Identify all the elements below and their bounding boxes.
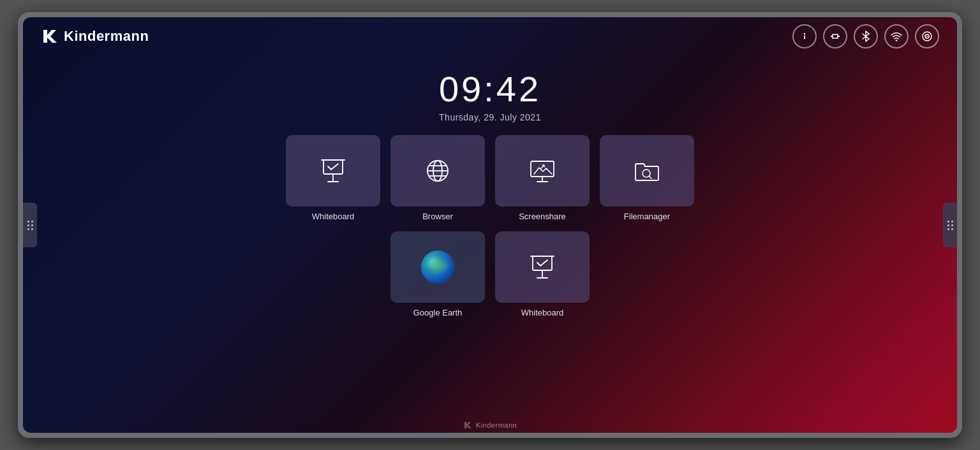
whiteboard-tile[interactable] [286, 135, 380, 207]
google-earth-sphere [421, 250, 454, 284]
hdmi-icon[interactable] [823, 24, 847, 48]
app-row-2: Google Earth [390, 231, 590, 317]
app-item-filemanager[interactable]: Filemanager [600, 135, 694, 221]
google-earth-label: Google Earth [413, 308, 463, 317]
bottom-kindermann-text: Kindermann [476, 421, 517, 429]
google-earth-icon [421, 250, 454, 284]
svg-point-5 [926, 36, 928, 37]
logo: Kindermann [41, 27, 149, 45]
whiteboard-label: Whiteboard [312, 212, 354, 221]
app-item-whiteboard[interactable]: Whiteboard [286, 135, 380, 221]
google-earth-tile[interactable] [390, 231, 485, 303]
whiteboard2-icon [526, 250, 559, 284]
app-row-1: Whiteboard [286, 135, 694, 221]
screenshare-tile[interactable] [495, 135, 590, 207]
svg-rect-1 [804, 36, 805, 40]
whiteboard2-tile[interactable] [495, 231, 590, 303]
bottom-kindermann-logo-icon [463, 421, 472, 430]
logo-text: Kindermann [64, 28, 149, 45]
browser-label: Browser [422, 212, 453, 221]
svg-line-19 [650, 177, 652, 179]
clock-date: Thursday, 29. July 2021 [439, 112, 541, 122]
app-item-whiteboard2[interactable]: Whiteboard [495, 231, 590, 317]
bluetooth-icon[interactable] [854, 24, 878, 48]
screenshare-icon [526, 154, 559, 187]
left-side-handle[interactable] [23, 203, 37, 247]
whiteboard2-label: Whiteboard [521, 308, 563, 317]
svg-rect-6 [323, 160, 343, 174]
left-handle-dots [27, 221, 33, 230]
app-grid: Whiteboard [23, 135, 957, 317]
monitor: Kindermann [18, 12, 962, 438]
wifi-icon[interactable] [884, 24, 909, 48]
app-item-browser[interactable]: Browser [390, 135, 485, 221]
info-icon[interactable] [792, 24, 817, 48]
svg-rect-20 [533, 256, 552, 270]
filemanager-icon [630, 154, 664, 187]
svg-point-2 [896, 40, 897, 41]
bottom-bar: Kindermann [23, 417, 957, 433]
kindermann-logo-icon [41, 27, 59, 45]
screenshare-label: Screenshare [519, 212, 566, 221]
filemanager-tile[interactable] [600, 135, 694, 207]
whiteboard-icon [316, 154, 350, 187]
browser-tile[interactable] [390, 135, 485, 207]
clock-time: 09:42 [439, 68, 541, 110]
top-icons [792, 24, 939, 48]
clock-section: 09:42 Thursday, 29. July 2021 [23, 68, 957, 122]
right-side-handle[interactable] [943, 203, 957, 247]
right-handle-dots [947, 221, 953, 230]
top-bar: Kindermann [23, 17, 957, 55]
screen: Kindermann [23, 17, 957, 433]
filemanager-label: Filemanager [624, 212, 670, 221]
app-item-google-earth[interactable]: Google Earth [390, 231, 485, 317]
app-item-screenshare[interactable]: Screenshare [495, 135, 590, 221]
svg-point-0 [804, 33, 805, 34]
airplay-icon[interactable] [915, 24, 939, 48]
browser-icon [421, 154, 454, 187]
